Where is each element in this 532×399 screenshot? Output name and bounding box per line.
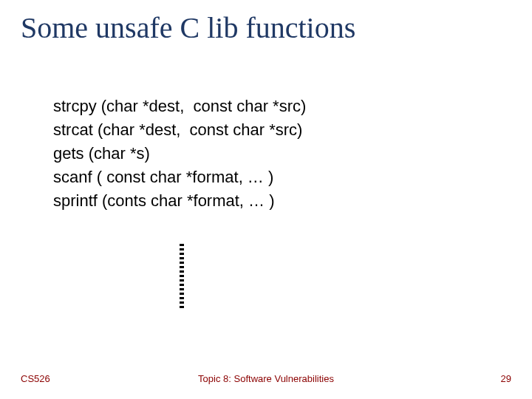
- code-line: scanf ( const char *format, … ): [53, 166, 306, 189]
- code-line: sprintf (conts char *format, … ): [53, 189, 306, 213]
- footer-page-number: 29: [501, 373, 511, 384]
- slide-title: Some unsafe C lib functions: [21, 10, 355, 45]
- code-line: strcat (char *dest, const char *src): [53, 118, 306, 142]
- code-line: gets (char *s): [53, 142, 306, 166]
- code-line: strcpy (char *dest, const char *src): [53, 95, 306, 118]
- vertical-ellipsis-icon: [180, 244, 184, 312]
- body-text: strcpy (char *dest, const char *src) str…: [53, 95, 306, 212]
- slide: Some unsafe C lib functions strcpy (char…: [0, 0, 532, 399]
- footer-topic: Topic 8: Software Vulnerabilities: [0, 373, 532, 384]
